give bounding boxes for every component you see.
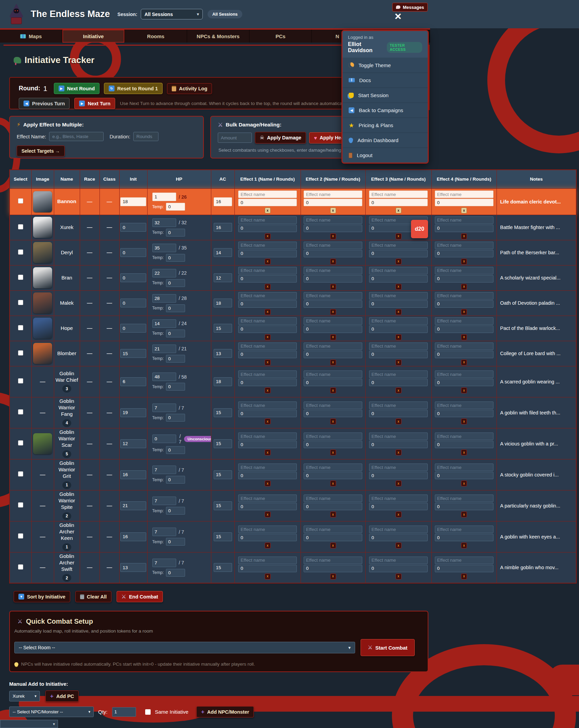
- effect-rounds-input[interactable]: [238, 325, 297, 333]
- apply-damage-button[interactable]: ☠ Apply Damage: [255, 132, 306, 143]
- remove-effect-button[interactable]: x: [461, 259, 467, 264]
- effect-name-input[interactable]: [238, 317, 297, 325]
- effect-name-input[interactable]: [304, 343, 362, 350]
- row-select-checkbox[interactable]: [18, 533, 23, 539]
- effect-rounds-input[interactable]: [238, 410, 297, 417]
- effect-rounds-input[interactable]: [435, 300, 493, 308]
- tab-initiative[interactable]: Initiative: [62, 30, 125, 43]
- init-input[interactable]: [120, 197, 146, 206]
- hp-input[interactable]: [152, 559, 176, 567]
- effect-name-input[interactable]: [304, 317, 362, 325]
- init-input[interactable]: [120, 299, 146, 307]
- init-input[interactable]: [120, 501, 146, 510]
- remove-effect-button[interactable]: x: [396, 208, 401, 213]
- hp-input[interactable]: [152, 244, 176, 252]
- effect-rounds-input[interactable]: [369, 300, 428, 308]
- effect-rounds-input[interactable]: [435, 565, 493, 572]
- effect-name-input[interactable]: [369, 526, 428, 533]
- ac-input[interactable]: [214, 377, 232, 386]
- effect-rounds-input[interactable]: [369, 565, 428, 572]
- remove-effect-button[interactable]: x: [265, 419, 271, 424]
- effect-rounds-input[interactable]: [435, 534, 493, 541]
- effect-rounds-input[interactable]: [369, 503, 428, 510]
- ac-input[interactable]: [214, 439, 232, 448]
- remove-effect-button[interactable]: x: [265, 309, 271, 315]
- effect-rounds-input[interactable]: [369, 534, 428, 541]
- effect-rounds-input[interactable]: [369, 275, 428, 283]
- effect-rounds-input[interactable]: [435, 351, 493, 358]
- effect-name-input[interactable]: [435, 267, 493, 274]
- effect-name-input[interactable]: [238, 557, 297, 564]
- effect-name-input[interactable]: [238, 401, 297, 409]
- effect-name-input[interactable]: [369, 464, 428, 471]
- effect-rounds-input[interactable]: [304, 199, 362, 206]
- effect-name-input[interactable]: [369, 242, 428, 249]
- hp-input[interactable]: [152, 497, 176, 505]
- effect-rounds-input[interactable]: [435, 472, 493, 479]
- row-select-checkbox[interactable]: [18, 564, 23, 570]
- effect-rounds-input[interactable]: [238, 565, 297, 572]
- ac-input[interactable]: [214, 248, 232, 257]
- row-select-checkbox[interactable]: [18, 502, 23, 507]
- remove-effect-button[interactable]: x: [461, 481, 467, 486]
- remove-effect-button[interactable]: x: [330, 512, 336, 517]
- temp-input[interactable]: [166, 414, 185, 422]
- hp-input[interactable]: [152, 294, 176, 303]
- ac-input[interactable]: [214, 324, 232, 333]
- hp-input[interactable]: [152, 319, 176, 328]
- temp-input[interactable]: [166, 383, 185, 391]
- remove-effect-button[interactable]: x: [265, 450, 271, 455]
- room-select[interactable]: -- Select Room --: [14, 642, 355, 653]
- init-input[interactable]: [120, 273, 146, 282]
- effect-name-input[interactable]: [304, 526, 362, 533]
- effect-name-input[interactable]: [435, 464, 493, 471]
- remove-effect-button[interactable]: x: [461, 309, 467, 315]
- init-input[interactable]: [120, 349, 146, 358]
- temp-input[interactable]: [166, 203, 185, 211]
- effect-rounds-input[interactable]: [304, 351, 362, 358]
- d20-dice-button[interactable]: d20: [411, 220, 428, 238]
- effect-rounds-input[interactable]: [435, 441, 493, 448]
- remove-effect-button[interactable]: x: [265, 512, 271, 517]
- remove-effect-button[interactable]: x: [330, 450, 336, 455]
- effect-name-input[interactable]: [369, 343, 428, 350]
- previous-turn-button[interactable]: ◀ Previous Turn: [19, 98, 70, 109]
- remove-effect-button[interactable]: x: [330, 574, 336, 579]
- effect-name-input[interactable]: [435, 433, 493, 440]
- remove-effect-button[interactable]: x: [461, 208, 467, 213]
- effect-rounds-input[interactable]: [304, 275, 362, 283]
- tab-maps[interactable]: Maps: [0, 30, 62, 43]
- duration-input[interactable]: [133, 132, 158, 141]
- clear-all-button[interactable]: Clear All: [75, 591, 111, 602]
- temp-input[interactable]: [166, 304, 185, 312]
- effect-name-input[interactable]: [304, 191, 362, 198]
- next-round-button[interactable]: ▶ Next Round: [54, 83, 100, 94]
- temp-input[interactable]: [166, 330, 185, 337]
- effect-rounds-input[interactable]: [238, 300, 297, 308]
- remove-effect-button[interactable]: x: [265, 574, 271, 579]
- effect-name-input[interactable]: [238, 433, 297, 440]
- ac-input[interactable]: [214, 223, 232, 232]
- temp-input[interactable]: [166, 229, 185, 237]
- remove-effect-button[interactable]: x: [396, 512, 401, 517]
- effect-rounds-input[interactable]: [304, 565, 362, 572]
- effect-rounds-input[interactable]: [238, 275, 297, 283]
- remove-effect-button[interactable]: x: [396, 233, 401, 239]
- activity-log-button[interactable]: Activity Log: [167, 83, 212, 94]
- remove-effect-button[interactable]: x: [461, 512, 467, 517]
- effect-name-input[interactable]: [304, 292, 362, 300]
- remove-effect-button[interactable]: x: [396, 388, 401, 393]
- effect-name-input[interactable]: [435, 526, 493, 533]
- effect-name-input[interactable]: [238, 464, 297, 471]
- hp-input[interactable]: [152, 345, 176, 353]
- effect-rounds-input[interactable]: [369, 441, 428, 448]
- temp-input[interactable]: [166, 279, 185, 287]
- temp-input[interactable]: [166, 254, 185, 262]
- remove-effect-button[interactable]: x: [396, 259, 401, 264]
- effect-rounds-input[interactable]: [435, 199, 493, 206]
- effect-rounds-input[interactable]: [304, 225, 362, 232]
- row-select-checkbox[interactable]: [18, 325, 23, 330]
- remove-effect-button[interactable]: x: [330, 208, 336, 213]
- temp-input[interactable]: [166, 476, 185, 484]
- same-initiative-checkbox[interactable]: [145, 709, 151, 715]
